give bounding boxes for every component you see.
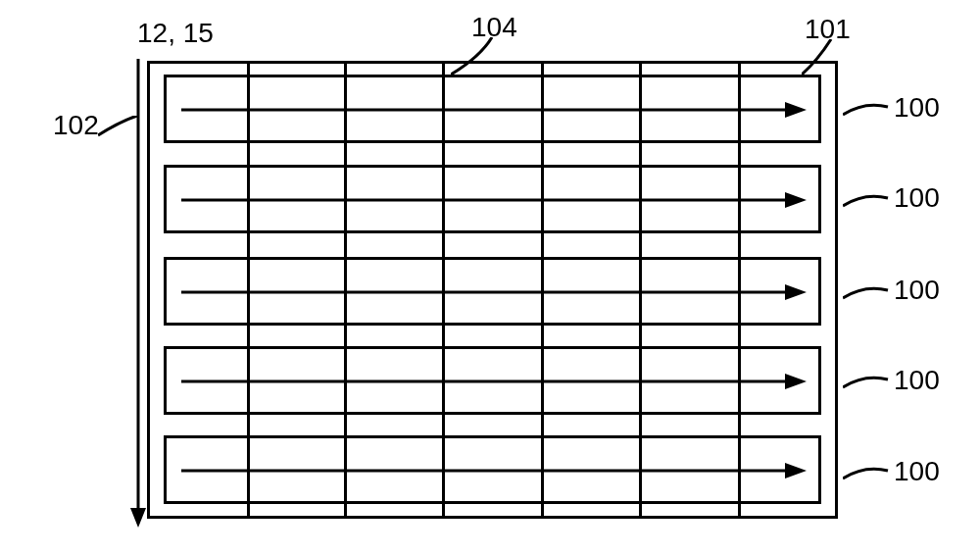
svg-marker-3: [785, 102, 807, 118]
row-arrow-icon: [181, 101, 808, 119]
label-left: 102: [53, 110, 99, 141]
label-row3: 100: [894, 275, 940, 306]
callout-curve-icon: [843, 366, 890, 390]
svg-marker-5: [785, 192, 807, 208]
label-row4: 100: [894, 365, 940, 396]
label-row1: 100: [894, 92, 940, 124]
label-row5: 100: [894, 456, 940, 487]
callout-curve-icon: [98, 116, 147, 155]
svg-marker-7: [785, 284, 807, 300]
svg-marker-9: [785, 374, 807, 389]
label-topleft: 12, 15: [137, 18, 214, 49]
callout-curve-icon: [451, 37, 510, 75]
row-arrow-icon: [181, 283, 808, 301]
callout-curve-icon: [843, 93, 890, 118]
callout-curve-icon: [802, 39, 841, 78]
row-arrow-icon: [181, 191, 808, 209]
callout-curve-icon: [843, 277, 890, 301]
row-arrow-icon: [181, 373, 808, 390]
svg-marker-11: [785, 463, 807, 479]
row-arrow-icon: [181, 462, 808, 479]
callout-curve-icon: [843, 184, 890, 209]
label-row2: 100: [894, 182, 940, 214]
svg-marker-1: [130, 508, 146, 528]
callout-curve-icon: [843, 457, 890, 481]
